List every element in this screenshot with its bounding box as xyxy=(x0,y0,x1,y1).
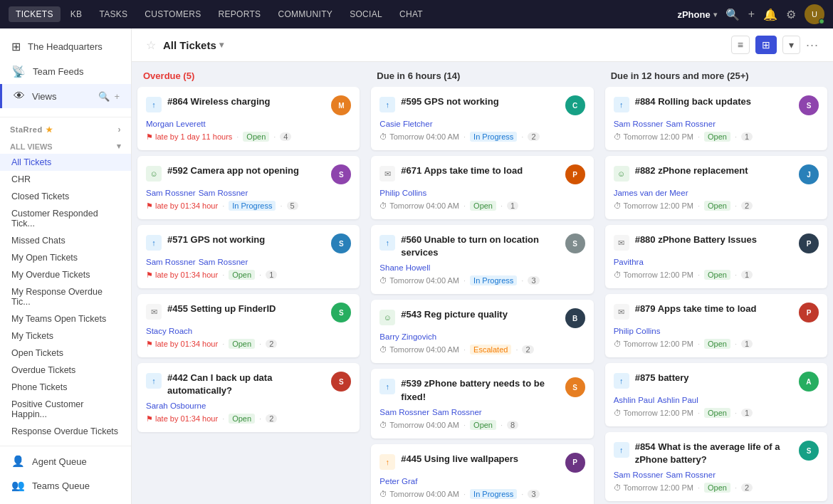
agent-name[interactable]: Sam Rossner xyxy=(666,471,716,479)
starred-chevron[interactable]: › xyxy=(118,125,122,135)
view-title[interactable]: All Tickets ▾ xyxy=(163,39,224,51)
agent-name[interactable]: Morgan Leverett xyxy=(146,120,206,128)
nav-reports[interactable]: REPORTS xyxy=(211,6,268,22)
sidebar-link[interactable]: Closed Tickets xyxy=(0,188,131,205)
ticket-title: #884 Rolling back updates xyxy=(635,95,751,108)
ticket-card[interactable]: ✉#880 zPhone Battery IssuesPPavithra⏱ To… xyxy=(605,225,827,288)
agent-name[interactable]: Peter Graf xyxy=(379,477,417,485)
ticket-meta: ⏱ Tomorrow 04:00 AM·Open·1 xyxy=(379,201,585,211)
sidebar-link[interactable]: Phone Tickets xyxy=(0,379,131,396)
starred-views-header: StaRred ★ › xyxy=(0,120,131,139)
agent-name[interactable]: Sam Rossner xyxy=(614,120,664,128)
agent-name[interactable]: Philip Collins xyxy=(379,189,426,197)
ticket-card[interactable]: ↑#595 GPS not workingCCasie Fletcher⏱ To… xyxy=(371,87,593,150)
ticket-type-icon: ↑ xyxy=(379,235,395,251)
view-options-dropdown[interactable]: ▾ xyxy=(782,36,800,54)
agent-name[interactable]: Barry Zingovich xyxy=(379,332,436,341)
ticket-meta: ⏱ Tomorrow 12:00 PM·Open·2 xyxy=(614,483,819,493)
reply-count-badge: 4 xyxy=(280,132,291,141)
ticket-card[interactable]: ↑#539 zPhone battery needs to be fixed!S… xyxy=(371,369,593,438)
sidebar-link[interactable]: All Tickets xyxy=(0,154,131,171)
ticket-card[interactable]: ↑#884 Rolling back updatesSSam RossnerSa… xyxy=(605,87,827,150)
agent-name[interactable]: Pavithra xyxy=(614,258,644,266)
sidebar-item-team-feeds[interactable]: 📡 Team Feeds xyxy=(0,59,131,84)
ticket-card[interactable]: ↑#854 What is the average life of a zPho… xyxy=(605,432,827,501)
agent-name[interactable]: Sam Rossner xyxy=(379,408,429,416)
kanban-view-button[interactable]: ⊞ xyxy=(755,36,777,54)
sidebar-link[interactable]: Customer Responded Tick... xyxy=(0,205,131,232)
favorite-star-icon[interactable]: ☆ xyxy=(146,38,156,52)
ticket-title: #560 Unable to turn on location services xyxy=(401,233,565,259)
sidebar-item-agent-queue[interactable]: 👤 Agent Queue xyxy=(0,449,131,473)
ticket-card[interactable]: ↑#442 Can I back up data automatically?S… xyxy=(137,363,360,432)
sidebar-item-tags[interactable]: 🏷 Tags xyxy=(0,498,131,504)
agent-name[interactable]: Shane Howell xyxy=(379,263,430,272)
sidebar-link[interactable]: My Response Overdue Tic... xyxy=(0,283,131,310)
sidebar-link[interactable]: Missed Chats xyxy=(0,232,131,249)
plus-icon[interactable]: + xyxy=(748,8,755,21)
agent-name[interactable]: Philip Collins xyxy=(614,327,661,335)
more-options-button[interactable]: ··· xyxy=(806,38,819,53)
agent-name[interactable]: Sam Rossner xyxy=(146,189,196,197)
agent-name[interactable]: Ashlin Paul xyxy=(657,396,698,404)
search-icon[interactable]: 🔍 xyxy=(725,8,740,21)
ticket-card[interactable]: ↑#560 Unable to turn on location service… xyxy=(371,225,593,294)
ticket-avatar: C xyxy=(565,95,585,115)
nav-customers[interactable]: CUSTOMERS xyxy=(137,6,208,22)
search-views-icon[interactable]: 🔍 xyxy=(98,91,110,102)
main-content: ☆ All Tickets ▾ ≡ ⊞ ▾ ··· Overdue (5)↑#8… xyxy=(132,28,833,504)
status-badge: Open xyxy=(704,132,730,142)
add-view-icon[interactable]: + xyxy=(114,91,120,102)
nav-tickets[interactable]: TICKETS xyxy=(9,6,61,22)
agent-name[interactable]: Sam Rossner xyxy=(614,471,664,479)
agent-name[interactable]: Stacy Roach xyxy=(146,327,192,335)
ticket-card[interactable]: ↑#875 batteryAAshlin PaulAshlin Paul⏱ To… xyxy=(605,363,827,426)
agent-name[interactable]: Sam Rossner xyxy=(146,258,196,266)
agent-name[interactable]: Ashlin Paul xyxy=(614,396,655,404)
sidebar-link[interactable]: Overdue Tickets xyxy=(0,362,131,379)
agent-name[interactable]: Casie Fletcher xyxy=(379,120,432,128)
sidebar-link[interactable]: CHR xyxy=(0,171,131,188)
agent-name[interactable]: Sam Rossner xyxy=(432,408,482,416)
ticket-card[interactable]: ☺#882 zPhone replacementJJames van der M… xyxy=(605,156,827,219)
ticket-time: ⏱ Tomorrow 12:00 PM xyxy=(614,271,693,279)
sidebar-item-views[interactable]: 👁 Views 🔍 + xyxy=(0,84,131,108)
ticket-card[interactable]: ✉#879 Apps take time to loadPPhilip Coll… xyxy=(605,294,827,357)
sidebar-link[interactable]: Positive Customer Happin... xyxy=(0,396,131,423)
ticket-card[interactable]: ✉#455 Setting up FinderIDSStacy Roach⚑ l… xyxy=(137,294,360,357)
brand-logo[interactable]: zPhone ▾ xyxy=(677,9,716,20)
starred-label: StaRred xyxy=(10,125,43,134)
agent-name[interactable]: James van der Meer xyxy=(614,189,688,197)
bell-icon[interactable]: 🔔 xyxy=(763,8,777,21)
nav-community[interactable]: COMMUNITY xyxy=(271,6,340,22)
ticket-card[interactable]: ☺#592 Camera app not openingSSam Rossner… xyxy=(137,156,360,219)
agent-name[interactable]: Sam Rossner xyxy=(199,258,248,266)
list-view-button[interactable]: ≡ xyxy=(731,36,750,54)
ticket-title: #543 Reg picture quality xyxy=(401,308,508,321)
ticket-card[interactable]: ☺#543 Reg picture qualityBBarry Zingovic… xyxy=(371,300,593,363)
ticket-card[interactable]: ↑#571 GPS not workingSSam RossnerSam Ros… xyxy=(137,225,360,288)
ticket-card[interactable]: ✉#671 Apps take time to loadPPhilip Coll… xyxy=(371,156,593,219)
sidebar-link[interactable]: My Open Tickets xyxy=(0,249,131,266)
nav-social[interactable]: SOCIAL xyxy=(342,6,389,22)
sidebar-link[interactable]: Open Tickets xyxy=(0,345,131,362)
agent-name[interactable]: Sam Rossner xyxy=(199,189,248,197)
sidebar-link[interactable]: Response Overdue Tickets xyxy=(0,423,131,440)
all-views-chevron[interactable]: ▾ xyxy=(117,142,121,151)
nav-tasks[interactable]: TASKS xyxy=(92,6,135,22)
agent-name[interactable]: Sam Rossner xyxy=(666,120,716,128)
avatar[interactable]: U xyxy=(805,4,824,24)
agent-name[interactable]: Sarah Osbourne xyxy=(146,401,206,410)
sidebar-link[interactable]: My Tickets xyxy=(0,327,131,345)
nav-chat[interactable]: CHAT xyxy=(392,6,430,22)
ticket-card[interactable]: ↑#864 Wireless chargingMMorgan Leverett⚑… xyxy=(137,87,360,150)
sidebar-item-headquarters[interactable]: ⊞ The Headquarters xyxy=(0,34,131,59)
nav-kb[interactable]: KB xyxy=(63,6,90,22)
ticket-card[interactable]: ↑#445 Using live wallpapersPPeter Graf⏱ … xyxy=(371,444,593,504)
sidebar-link[interactable]: My Overdue Tickets xyxy=(0,266,131,283)
ticket-time: ⏱ Tomorrow 04:00 AM xyxy=(379,276,459,285)
col-cards-due12: ↑#884 Rolling back updatesSSam RossnerSa… xyxy=(599,87,833,504)
sidebar-item-teams-queue[interactable]: 👥 Teams Queue xyxy=(0,473,131,498)
sidebar-link[interactable]: My Teams Open Tickets xyxy=(0,310,131,327)
settings-icon[interactable]: ⚙ xyxy=(786,8,796,21)
